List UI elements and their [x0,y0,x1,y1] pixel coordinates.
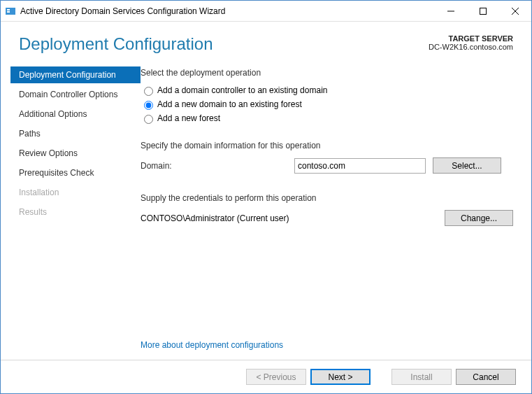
minimize-button[interactable] [435,1,467,22]
more-link[interactable]: More about deployment configurations [141,340,513,360]
window-title: Active Directory Domain Services Configu… [20,6,435,16]
select-button[interactable]: Select... [433,157,501,174]
header: Deployment Configuration TARGET SERVER D… [1,22,531,58]
radio-add-new-forest[interactable]: Add a new forest [141,113,513,124]
target-server-info: TARGET SERVER DC-W2K16.contoso.com [429,34,513,51]
operation-label: Select the deployment operation [141,68,513,78]
target-label: TARGET SERVER [449,34,514,43]
sidebar-step-paths[interactable]: Paths [10,125,141,142]
change-button[interactable]: Change... [445,210,513,226]
titlebar: Active Directory Domain Services Configu… [1,1,531,22]
next-button[interactable]: Next > [310,369,371,385]
close-button[interactable] [499,1,531,22]
credentials-label: Supply the credentials to perform this o… [141,193,513,203]
sidebar-step-results: Results [10,204,141,220]
radio-label: Add a new domain to an existing forest [157,99,302,109]
target-value: DC-W2K16.contoso.com [429,43,513,51]
sidebar-step-prerequisites-check[interactable]: Prerequisites Check [10,164,141,181]
sidebar-step-deployment-configuration[interactable]: Deployment Configuration [10,66,141,83]
domain-input[interactable] [294,158,426,174]
domain-label: Domain: [141,161,294,171]
install-button: Install [391,369,452,385]
radio-label: Add a new forest [157,113,220,123]
cancel-button[interactable]: Cancel [456,369,516,385]
domain-info-label: Specify the domain information for this … [141,141,513,150]
radio-input-new-forest[interactable] [144,115,153,124]
page-heading: Deployment Configuration [19,34,213,54]
radio-input-add-dc[interactable] [144,87,153,96]
body: Deployment Configuration Domain Controll… [1,58,531,360]
wizard-window: Active Directory Domain Services Configu… [0,0,532,394]
previous-button: < Previous [246,369,306,385]
credentials-value: CONTOSO\Administrator (Current user) [141,213,289,223]
domain-field-row: Domain: Select... [141,157,513,174]
sidebar-step-domain-controller-options[interactable]: Domain Controller Options [10,86,141,103]
sidebar-step-additional-options[interactable]: Additional Options [10,106,141,122]
app-icon [5,6,16,17]
radio-input-add-domain[interactable] [144,101,153,110]
svg-rect-2 [7,11,10,13]
svg-rect-1 [7,9,10,10]
sidebar-step-review-options[interactable]: Review Options [10,145,141,162]
sidebar: Deployment Configuration Domain Controll… [1,64,141,360]
sidebar-step-installation: Installation [10,184,141,201]
footer: < Previous Next > Install Cancel [1,360,531,393]
credentials-row: CONTOSO\Administrator (Current user) Cha… [141,210,513,226]
svg-rect-4 [480,8,487,14]
maximize-button[interactable] [467,1,499,22]
radio-add-dc-existing-domain[interactable]: Add a domain controller to an existing d… [141,85,513,96]
radio-add-domain-existing-forest[interactable]: Add a new domain to an existing forest [141,99,513,110]
radio-label: Add a domain controller to an existing d… [157,85,327,95]
content: Select the deployment operation Add a do… [141,64,513,360]
